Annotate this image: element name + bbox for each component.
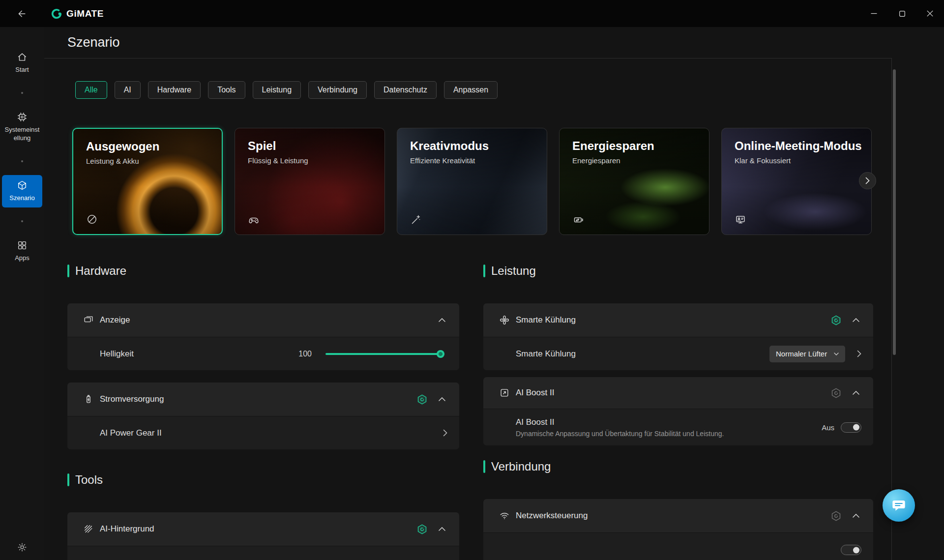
ai-hintergrund-header[interactable]: AI-Hintergrund <box>67 512 459 546</box>
titlebar: GiMATE <box>0 0 944 27</box>
main-content: Szenario Alle AI Hardware Tools Leistung… <box>44 27 944 560</box>
collapse-chevron-up-icon[interactable] <box>851 512 861 520</box>
ai-hintergrund-row-partial[interactable] <box>67 546 459 560</box>
collapse-chevron-up-icon[interactable] <box>851 389 861 397</box>
chevron-down-icon <box>834 353 839 355</box>
sidebar-item-label: Apps <box>15 254 30 263</box>
scenario-card-text: Kreativmodus Effiziente Kreativität <box>410 139 489 165</box>
card-title: Netzwerksteuerung <box>516 511 830 521</box>
brightness-slider[interactable] <box>325 350 444 358</box>
vertical-scrollbar-thumb[interactable] <box>893 69 896 355</box>
back-button[interactable] <box>0 0 44 27</box>
card-stromversorgung: Stromversorgung AI Power Gear II <box>67 383 459 449</box>
chevron-right-icon <box>443 429 447 437</box>
ai-hexagon-badge-disabled <box>830 510 842 522</box>
settings-columns: Hardware Anzeige Helligkeit 10 <box>67 262 891 560</box>
toggle-knob <box>853 547 859 553</box>
stromversorgung-header[interactable]: Stromversorgung <box>67 383 459 416</box>
ai-hexagon-badge <box>416 394 428 405</box>
settings-gear-button[interactable] <box>17 542 27 552</box>
scenario-title: Kreativmodus <box>410 139 489 153</box>
filter-chip-hardware[interactable]: Hardware <box>148 81 201 99</box>
filter-chip-verbindung[interactable]: Verbindung <box>308 81 367 99</box>
balanced-mode-icon <box>86 213 98 225</box>
section-header-verbindung: Verbindung <box>483 458 873 475</box>
ai-power-gear-row[interactable]: AI Power Gear II <box>67 416 459 449</box>
slider-knob[interactable] <box>437 350 444 358</box>
netzwerk-toggle-group <box>841 545 861 555</box>
scenario-subtitle: Energiesparen <box>572 156 654 165</box>
netzwerksteuerung-header[interactable]: Netzwerksteuerung <box>483 499 873 532</box>
chat-assistant-button[interactable] <box>883 489 915 522</box>
chevron-right-icon[interactable] <box>857 350 861 357</box>
scenario-card-text: Spiel Flüssig & Leistung <box>248 139 308 165</box>
scenario-subtitle: Klar & Fokussiert <box>735 156 862 165</box>
carousel-next-button[interactable] <box>859 172 876 189</box>
minimize-icon <box>871 10 877 17</box>
card-ai-hintergrund: AI-Hintergrund <box>67 512 459 560</box>
close-icon <box>927 10 933 17</box>
scenario-card-spiel[interactable]: Spiel Flüssig & Leistung <box>235 128 385 235</box>
scroll-area: Alle AI Hardware Tools Leistung Verbindu… <box>44 59 891 560</box>
card-title: Stromversorgung <box>100 394 416 404</box>
ai-boost-header[interactable]: AI Boost II <box>483 377 873 409</box>
scenario-title: Spiel <box>248 139 308 153</box>
sidebar-item-start[interactable]: Start <box>2 47 42 79</box>
filter-chip-row: Alle AI Hardware Tools Leistung Verbindu… <box>75 81 891 99</box>
filter-chip-alle[interactable]: Alle <box>75 81 107 99</box>
fan-mode-dropdown[interactable]: Normaler Lüfter <box>769 346 845 362</box>
netzwerk-toggle[interactable] <box>841 545 861 555</box>
scenario-card-energiesparen[interactable]: Energiesparen Energiesparen <box>559 128 709 235</box>
sidebar-item-label: Start <box>15 66 29 74</box>
slider-track <box>325 353 444 355</box>
content-divider-line <box>891 59 892 560</box>
section-title: Verbindung <box>491 460 551 473</box>
maximize-button[interactable] <box>888 0 916 27</box>
close-button[interactable] <box>916 0 944 27</box>
maximize-icon <box>899 11 905 17</box>
scenario-card-kreativmodus[interactable]: Kreativmodus Effiziente Kreativität <box>397 128 547 235</box>
home-icon <box>17 52 28 62</box>
brightness-value: 100 <box>298 350 312 358</box>
minimize-button[interactable] <box>860 0 888 27</box>
card-netzwerksteuerung: Netzwerksteuerung <box>483 499 873 560</box>
filter-chip-anpassen[interactable]: Anpassen <box>444 81 498 99</box>
sidebar-item-systemeinstellung[interactable]: Systemeinstellung <box>2 107 42 147</box>
fan-mode-selected-value: Normaler Lüfter <box>776 350 827 358</box>
collapse-chevron-up-icon[interactable] <box>437 395 447 403</box>
sidebar-item-szenario[interactable]: Szenario <box>2 175 42 207</box>
app-logo: GiMATE <box>51 8 104 19</box>
sidebar-item-label: Systemeinstellung <box>3 126 41 143</box>
scenario-card-online-meeting[interactable]: Online-Meeting-Modus Klar & Fokussiert <box>721 128 872 235</box>
card-ai-boost: AI Boost II AI Boost II Dynamische Anpas… <box>483 377 873 445</box>
filter-chip-datenschutz[interactable]: Datenschutz <box>374 81 437 99</box>
chevron-right-icon <box>865 177 870 184</box>
display-icon <box>83 315 94 325</box>
filter-chip-leistung[interactable]: Leistung <box>253 81 301 99</box>
ai-hexagon-badge <box>830 315 842 326</box>
anzeige-header[interactable]: Anzeige <box>67 303 459 337</box>
magic-wand-icon <box>410 214 422 226</box>
scenario-card-text: Ausgewogen Leistung & Akku <box>86 140 159 165</box>
section-header-leistung: Leistung <box>483 262 873 280</box>
scenario-card-ausgewogen[interactable]: Ausgewogen Leistung & Akku <box>72 128 223 235</box>
section-accent-bar <box>483 265 485 277</box>
collapse-chevron-up-icon[interactable] <box>437 525 447 533</box>
sidebar-item-apps[interactable]: Apps <box>2 235 42 267</box>
boost-icon <box>499 387 510 398</box>
collapse-chevron-up-icon[interactable] <box>437 316 447 324</box>
filter-chip-ai[interactable]: AI <box>115 81 141 99</box>
gear-icon <box>17 542 27 552</box>
smarte-kuehlung-header[interactable]: Smarte Kühlung <box>483 303 873 337</box>
card-title: AI Boost II <box>516 388 830 398</box>
ai-boost-label: AI Boost II <box>516 417 822 427</box>
ai-boost-toggle[interactable] <box>841 422 861 433</box>
collapse-chevron-up-icon[interactable] <box>851 316 861 324</box>
section-accent-bar <box>67 473 69 486</box>
card-title: Smarte Kühlung <box>516 315 830 325</box>
window-controls <box>860 0 944 27</box>
netzwerk-row-partial <box>483 532 873 560</box>
scenario-card-text: Energiesparen Energiesparen <box>572 139 654 165</box>
ai-boost-row: AI Boost II Dynamische Anpassung und Übe… <box>483 409 873 445</box>
filter-chip-tools[interactable]: Tools <box>208 81 245 99</box>
